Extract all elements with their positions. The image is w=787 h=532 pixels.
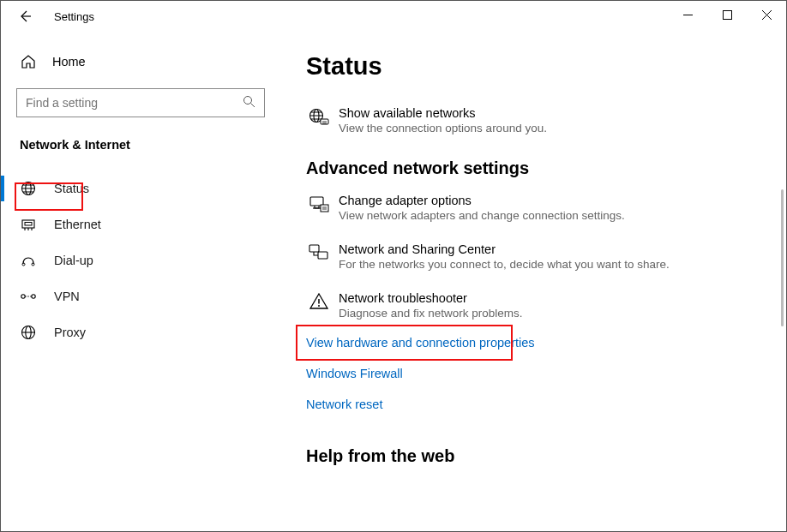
svg-rect-4 — [22, 220, 34, 228]
link-text[interactable]: View hardware and connection properties — [306, 336, 535, 350]
sidebar-item-proxy[interactable]: Proxy — [1, 314, 280, 350]
link-windows-firewall[interactable]: Windows Firewall — [306, 366, 760, 381]
svg-rect-18 — [318, 252, 327, 259]
search-icon — [243, 95, 255, 111]
home-button[interactable]: Home — [1, 45, 280, 78]
help-heading: Help from the web — [306, 446, 760, 466]
svg-point-9 — [32, 295, 35, 298]
option-title: Show available networks — [339, 106, 547, 120]
sidebar-item-label: Ethernet — [54, 218, 101, 231]
network-sharing-center[interactable]: Network and Sharing Center For the netwo… — [306, 242, 760, 271]
proxy-icon — [20, 325, 37, 340]
sidebar-item-ethernet[interactable]: Ethernet — [1, 206, 280, 242]
sidebar-item-vpn[interactable]: VPN — [1, 278, 280, 314]
sidebar-item-label: Status — [54, 182, 89, 195]
home-icon — [20, 54, 37, 69]
globe-icon — [20, 181, 37, 196]
option-desc: Diagnose and fix network problems. — [339, 307, 523, 320]
network-troubleshooter[interactable]: Network troubleshooter Diagnose and fix … — [306, 291, 760, 320]
window-title: Settings — [54, 10, 94, 23]
advanced-heading: Advanced network settings — [306, 158, 760, 178]
vpn-icon — [20, 290, 37, 302]
svg-point-7 — [32, 263, 34, 266]
link-hardware-properties[interactable]: View hardware and connection properties — [306, 335, 760, 350]
window-controls — [668, 1, 786, 28]
link-text[interactable]: Windows Firewall — [306, 367, 403, 380]
close-button[interactable] — [747, 1, 786, 28]
sidebar-item-label: Dial-up — [54, 254, 93, 267]
option-desc: For the networks you connect to, decide … — [339, 258, 670, 271]
scrollbar-thumb[interactable] — [781, 189, 784, 326]
back-button[interactable] — [16, 8, 33, 25]
option-desc: View network adapters and change connect… — [339, 209, 625, 222]
svg-rect-0 — [723, 10, 731, 19]
globe-network-icon — [306, 106, 332, 134]
page-title: Status — [306, 52, 760, 81]
option-title: Network and Sharing Center — [339, 242, 670, 256]
sidebar-item-dialup[interactable]: Dial-up — [1, 242, 280, 278]
option-title: Network troubleshooter — [339, 291, 523, 305]
svg-point-8 — [21, 295, 25, 298]
option-desc: View the connection options around you. — [339, 122, 547, 134]
sidebar-item-label: VPN — [54, 290, 80, 303]
option-title: Change adapter options — [339, 194, 625, 207]
svg-point-6 — [22, 263, 25, 266]
dialup-icon — [20, 253, 37, 268]
main-content: Status Show available networks View the … — [280, 32, 786, 531]
ethernet-icon — [20, 217, 37, 232]
maximize-button[interactable] — [707, 1, 747, 28]
show-available-networks[interactable]: Show available networks View the connect… — [306, 106, 760, 134]
link-network-reset[interactable]: Network reset — [306, 397, 760, 412]
nav-list: Status Ethernet Dial-up VPN — [1, 170, 280, 350]
sidebar-item-label: Proxy — [54, 326, 86, 339]
sidebar-item-status[interactable]: Status — [1, 170, 280, 206]
link-text[interactable]: Network reset — [306, 398, 382, 411]
category-heading: Network & Internet — [1, 128, 280, 160]
search-input[interactable] — [26, 96, 243, 110]
svg-rect-17 — [309, 245, 319, 252]
svg-point-19 — [318, 305, 320, 307]
titlebar: Settings — [1, 1, 786, 32]
sidebar: Home Network & Internet Status Ether — [1, 32, 280, 531]
sharing-icon — [306, 242, 332, 271]
svg-point-1 — [244, 96, 252, 104]
change-adapter-options[interactable]: Change adapter options View network adap… — [306, 194, 760, 222]
adapter-icon — [306, 194, 332, 222]
minimize-button[interactable] — [668, 1, 707, 28]
warning-icon — [306, 291, 332, 320]
svg-rect-5 — [25, 223, 32, 226]
svg-rect-16 — [321, 205, 328, 212]
search-input-container[interactable] — [16, 88, 265, 117]
home-label: Home — [52, 55, 86, 69]
